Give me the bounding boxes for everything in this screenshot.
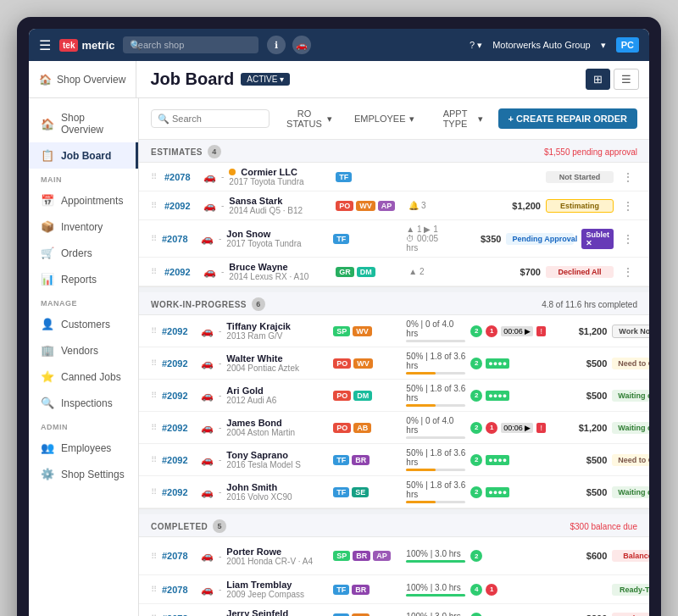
more-options-button[interactable]: ⋮ <box>619 199 637 213</box>
tech-badges: TF BR <box>333 455 401 465</box>
drag-handle[interactable]: ⠿ <box>151 358 157 368</box>
grid-view-button[interactable]: ⊞ <box>586 69 610 90</box>
drag-handle[interactable]: ⠿ <box>151 326 157 336</box>
drag-handle[interactable]: ⠿ <box>151 267 159 276</box>
ro-number[interactable]: #2092 <box>162 391 196 401</box>
more-options-button[interactable]: ⋮ <box>619 232 637 246</box>
logo: tek metric <box>59 39 114 52</box>
shop-overview-nav[interactable]: 🏠 Shop Overview <box>39 61 136 97</box>
active-filter-badge[interactable]: ACTIVE ▾ <box>241 73 290 86</box>
sidebar-item-customers[interactable]: 👤 Customers <box>29 311 138 337</box>
sidebar-item-canned-jobs[interactable]: ⭐ Canned Jobs <box>29 363 138 390</box>
table-row: ⠿ #2078 🚗 - Jerry Seinfeld 2001 Honda CR… <box>139 604 649 616</box>
secondary-navigation: 🏠 Shop Overview Job Board ACTIVE ▾ ⊞ ☰ <box>29 61 649 98</box>
drag-handle[interactable]: ⠿ <box>151 391 157 400</box>
meta-icons: 2 ●●●● <box>470 358 555 369</box>
sidebar-item-employees[interactable]: 👥 Employees <box>29 435 138 461</box>
customer-name: Liam Tremblay <box>226 580 328 590</box>
amount: $350 <box>454 234 501 244</box>
sidebar-shop-settings-label: Shop Settings <box>61 469 125 480</box>
tech-badge: PO <box>336 201 353 211</box>
table-row: ⠿ #2092 🚗 - Tony Saprano 2016 Tesla Mode… <box>139 444 649 476</box>
appt-type-filter[interactable]: APPT TYPE ▾ <box>430 105 490 132</box>
ro-number[interactable]: #2078 <box>162 585 196 595</box>
sidebar-item-orders[interactable]: 🛒 Orders <box>29 240 138 266</box>
sidebar-item-appointments[interactable]: 📅 Appointments <box>29 187 138 214</box>
drag-handle[interactable]: ⠿ <box>151 423 157 432</box>
drag-handle[interactable]: ⠿ <box>151 172 159 181</box>
sidebar-customers-label: Customers <box>61 319 110 330</box>
vehicle-info: 2014 Lexus RX · A10 <box>229 272 331 281</box>
logo-icon: tek <box>59 39 78 52</box>
ro-status-label: RO STATUS <box>285 108 324 129</box>
ro-number[interactable]: #2078 <box>162 234 196 244</box>
ro-number[interactable]: #2092 <box>162 326 196 336</box>
car-nav-icon[interactable]: 🚗 <box>292 36 311 54</box>
table-row: ⠿ #2092 🚗 - John Smith 2016 Volvo XC90 T… <box>139 476 649 508</box>
list-view-button[interactable]: ☰ <box>614 69 639 90</box>
ro-number[interactable]: #2092 <box>162 455 196 465</box>
car-icon: 🚗 <box>203 200 216 212</box>
create-ro-button[interactable]: + CREATE REPAIR ORDER <box>498 108 637 129</box>
table-row: ⠿ #2092 🚗 - Bruce Wayne 2014 Lexus RX · … <box>139 258 649 286</box>
search-input[interactable] <box>123 36 258 53</box>
progress-bar-wrap: 100% | 3.0 hrs <box>406 612 465 617</box>
customer-name: Bruce Wayne <box>229 262 331 272</box>
vehicle-info: 2009 Jeep Compass <box>226 590 328 599</box>
flag-up-count: 2 <box>470 550 482 562</box>
info-icon[interactable]: ℹ <box>267 36 286 54</box>
more-options-button[interactable]: ⋮ <box>619 265 637 279</box>
dealer-chevron[interactable]: ▾ <box>601 40 606 51</box>
flag-up-count: 2 <box>470 422 482 434</box>
inventory-icon: 📦 <box>41 220 54 233</box>
pct-bar <box>406 436 465 439</box>
vehicle-info: 2004 Aston Martin <box>226 428 328 437</box>
hamburger-icon[interactable]: ☰ <box>39 37 51 53</box>
sidebar-shop-overview-label: Shop Overview <box>61 112 126 136</box>
tech-badge: WV <box>353 326 372 336</box>
ro-number[interactable]: #2092 <box>162 358 196 369</box>
tech-badge: AP <box>373 551 391 561</box>
customer-name: Jerry Seinfeld <box>226 608 328 616</box>
estimates-pending-info: $1,550 pending approval <box>544 147 637 157</box>
drag-handle[interactable]: ⠿ <box>151 552 157 561</box>
drag-handle[interactable]: ⠿ <box>151 455 157 464</box>
drag-handle[interactable]: ⠿ <box>151 201 159 210</box>
status-badge: Not Started <box>546 171 614 183</box>
sidebar-item-inventory[interactable]: 📦 Inventory <box>29 214 138 240</box>
pct-text: 0% | 0 of 4.0 hrs <box>406 416 453 435</box>
customer-name: Cormier LLC <box>229 167 331 177</box>
sidebar-reports-label: Reports <box>61 274 97 286</box>
customers-icon: 👤 <box>41 318 54 330</box>
sublet-tag: Sublet ✕ <box>581 229 614 249</box>
drag-handle[interactable]: ⠿ <box>151 234 157 243</box>
amount: $300 <box>560 613 607 617</box>
sidebar-item-shop-settings[interactable]: ⚙️ Shop Settings <box>29 461 138 487</box>
ro-number[interactable]: #2092 <box>162 423 196 433</box>
help-button[interactable]: ? ▾ <box>470 40 482 51</box>
sidebar-item-vendors[interactable]: 🏢 Vendors <box>29 337 138 363</box>
ro-number[interactable]: #2078 <box>162 551 196 561</box>
reports-icon: 📊 <box>41 273 54 286</box>
nav-icons: ℹ 🚗 <box>267 36 311 54</box>
more-options-button[interactable]: ⋮ <box>619 170 637 184</box>
sidebar-item-inspections[interactable]: 🔍 Inspections <box>29 390 138 416</box>
user-badge[interactable]: PC <box>616 37 639 53</box>
drag-handle[interactable]: ⠿ <box>151 585 157 594</box>
sidebar-item-shop-overview[interactable]: 🏠 Shop Overview <box>29 105 138 142</box>
customer-info: Ari Gold 2012 Audi A6 <box>226 386 328 405</box>
sidebar-item-reports[interactable]: 📊 Reports <box>29 266 138 292</box>
ro-number[interactable]: #2092 <box>162 487 196 497</box>
ro-number[interactable]: #2092 <box>164 201 198 211</box>
ro-number[interactable]: #2078 <box>162 613 196 617</box>
tech-badge: BR <box>353 551 370 561</box>
sidebar-admin-label: ADMIN <box>29 416 138 435</box>
employee-filter[interactable]: EMPLOYEE ▾ <box>347 110 421 128</box>
sidebar-item-job-board[interactable]: 📋 Job Board <box>29 142 138 169</box>
drag-handle[interactable]: ⠿ <box>151 487 157 497</box>
wip-count: 6 <box>252 297 265 311</box>
tech-badge: AB <box>353 423 371 433</box>
ro-status-filter[interactable]: RO STATUS ▾ <box>278 105 339 132</box>
ro-number[interactable]: #2078 <box>164 172 198 182</box>
ro-number[interactable]: #2092 <box>164 267 198 277</box>
